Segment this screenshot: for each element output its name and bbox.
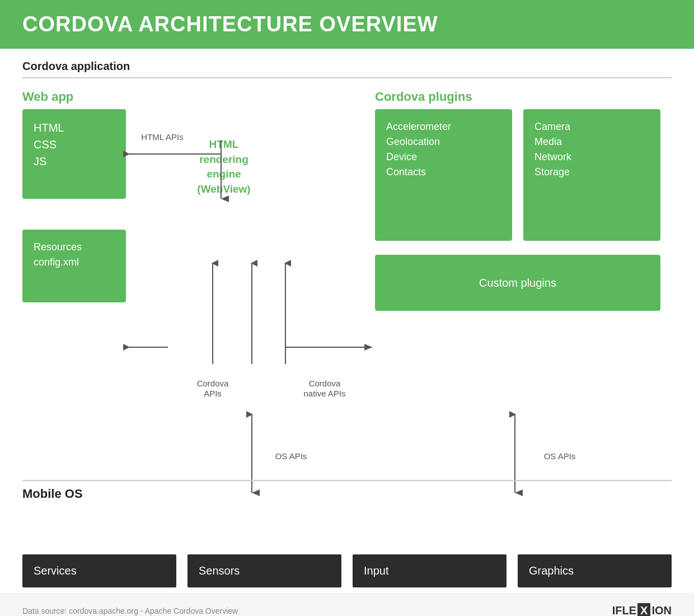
- network-line: Network: [534, 150, 649, 165]
- bars-row: Services Sensors Input Graphics: [22, 554, 672, 587]
- configxml-line: config.xml: [34, 255, 115, 270]
- svg-text:native APIs: native APIs: [303, 389, 345, 398]
- geo-line: Geolocation: [386, 134, 501, 150]
- media-line: Media: [534, 134, 649, 150]
- re-html: HTML: [168, 137, 280, 152]
- logo-x: X: [637, 603, 650, 616]
- sensors-bar: Sensors: [187, 554, 341, 587]
- device-line: Device: [386, 150, 501, 165]
- plugins-label: Cordova plugins: [375, 90, 472, 104]
- html-line: HTML: [34, 119, 115, 136]
- input-bar: Input: [353, 554, 507, 587]
- svg-text:APIs: APIs: [204, 389, 222, 398]
- contacts-line: Contacts: [386, 165, 501, 180]
- main-content: Cordova application Web app Cordova plug…: [0, 49, 694, 549]
- services-bar: Services: [22, 554, 176, 587]
- custom-plugins-label: Custom plugins: [479, 274, 556, 291]
- bottom-bars: Services Sensors Input Graphics: [0, 554, 694, 587]
- header: CORDOVA ARCHITECTURE OVERVIEW: [0, 0, 694, 49]
- svg-text:Cordova: Cordova: [309, 379, 341, 388]
- svg-text:OS APIs: OS APIs: [544, 451, 576, 461]
- rendering-engine-label: HTML rendering engine (WebView): [168, 137, 280, 197]
- page-title: CORDOVA ARCHITECTURE OVERVIEW: [22, 12, 672, 36]
- svg-text:Cordova: Cordova: [197, 379, 229, 388]
- camera-line: Camera: [534, 119, 649, 134]
- accel-line: Accelerometer: [386, 119, 501, 134]
- svg-text:OS APIs: OS APIs: [275, 451, 307, 461]
- webapp-label: Web app: [22, 90, 73, 104]
- box-html-css-js: HTML CSS JS: [22, 109, 126, 199]
- logo-text-ifle: IFLE: [612, 604, 636, 616]
- footer: Data source: cordova.apache.org - Apache…: [0, 593, 694, 616]
- graphics-bar: Graphics: [518, 554, 672, 587]
- box-accelerometer: Accelerometer Geolocation Device Contact…: [375, 109, 512, 241]
- mobile-os-label: Mobile OS: [22, 487, 83, 501]
- mobile-os-section: Mobile OS: [22, 480, 672, 501]
- box-custom-plugins: Custom plugins: [375, 255, 660, 311]
- re-rendering: rendering: [168, 152, 280, 167]
- box-camera: Camera Media Network Storage: [523, 109, 660, 241]
- logo: IFLE X ION: [612, 603, 672, 616]
- logo-text-ion: ION: [651, 604, 672, 616]
- re-webview: (WebView): [168, 182, 280, 197]
- diagram-area: Web app Cordova plugins HTML CSS JS Reso…: [22, 90, 672, 549]
- re-engine: engine: [168, 167, 280, 182]
- js-line: JS: [34, 153, 115, 170]
- section-title: Cordova application: [22, 60, 672, 78]
- storage-line: Storage: [534, 165, 649, 180]
- box-resources: Resources config.xml: [22, 230, 126, 302]
- resources-line: Resources: [34, 240, 115, 255]
- footer-source: Data source: cordova.apache.org - Apache…: [22, 606, 238, 615]
- css-line: CSS: [34, 136, 115, 153]
